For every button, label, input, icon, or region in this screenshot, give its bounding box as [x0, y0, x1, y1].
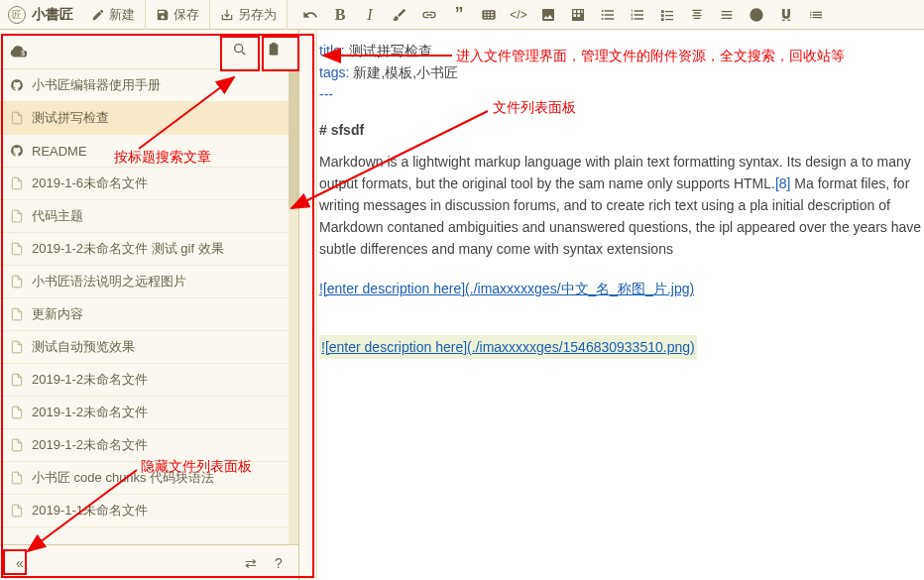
- brush-icon[interactable]: [385, 0, 414, 30]
- file-icon: [10, 275, 24, 289]
- file-icon: [10, 504, 24, 518]
- file-label: 小书匠编辑器使用手册: [32, 76, 161, 94]
- quote-icon[interactable]: ”: [444, 0, 474, 30]
- file-icon: [10, 438, 24, 452]
- file-icon: [10, 242, 24, 256]
- file-label: 更新内容: [32, 305, 83, 323]
- reference-link[interactable]: [8]: [775, 175, 791, 191]
- file-label: 2019-1-1未命名文件: [32, 502, 148, 520]
- editor-pane: title: 测试拼写检查 tags: 新建,模板,小书匠 --- # sfsd…: [299, 30, 924, 580]
- file-list: 小书匠编辑器使用手册测试拼写检查README2019-1-6未命名文件代码主题2…: [0, 69, 298, 544]
- keyboard-icon[interactable]: [474, 0, 504, 30]
- svg-text:$: $: [21, 49, 25, 56]
- editor-gutter: [299, 30, 317, 580]
- file-item[interactable]: 更新内容: [0, 298, 298, 331]
- image-icon[interactable]: [533, 0, 563, 30]
- ul-icon[interactable]: [593, 0, 623, 30]
- meta-tags-value: 新建,模板,小书匠: [349, 64, 458, 80]
- code-icon[interactable]: </>: [504, 0, 533, 30]
- file-sidebar: $ 小书匠编辑器使用手册测试拼写检查README2019-1-6未命名文件代码主…: [0, 30, 299, 580]
- file-item[interactable]: 小书匠编辑器使用手册: [0, 69, 298, 102]
- svg-line-2: [242, 52, 245, 55]
- github-icon: [10, 144, 24, 158]
- meta-tags-key: tags:: [319, 64, 349, 80]
- transfer-icon[interactable]: ⇄: [237, 549, 265, 577]
- file-label: 2019-1-2未命名文件 测试 gif 效果: [32, 240, 224, 258]
- file-label: 2019-1-2未命名文件: [32, 371, 148, 389]
- file-item[interactable]: README: [0, 135, 298, 168]
- file-item[interactable]: 小书匠语法说明之远程图片: [0, 266, 298, 298]
- file-label: 2019-1-6未命名文件: [32, 174, 148, 192]
- clock-icon[interactable]: [742, 0, 771, 30]
- bold-icon[interactable]: B: [325, 0, 355, 30]
- save-button[interactable]: 保存: [146, 0, 210, 30]
- meta-title-key: title:: [319, 43, 345, 58]
- scrollbar[interactable]: [289, 69, 298, 544]
- meta-title-value: 测试拼写检查: [345, 43, 432, 58]
- table-icon[interactable]: [563, 0, 593, 30]
- file-icon: [10, 111, 24, 125]
- frontmatter-divider: ---: [319, 83, 924, 105]
- save-as-button[interactable]: 另存为: [210, 0, 288, 30]
- file-item[interactable]: 2019-1-2未命名文件 测试 gif 效果: [0, 233, 298, 266]
- file-item[interactable]: 2019-1-2未命名文件: [0, 397, 298, 429]
- app-logo: 匠 小書匠: [0, 6, 81, 24]
- svg-point-1: [235, 44, 243, 52]
- file-label: 测试自动预览效果: [32, 338, 135, 356]
- file-label: 小书匠 code chunks 代码块语法: [32, 469, 214, 487]
- github-icon: [10, 78, 24, 92]
- file-icon: [10, 307, 24, 321]
- file-label: 2019-1-2未命名文件: [32, 404, 148, 421]
- file-label: 测试拼写检查: [32, 109, 109, 127]
- list2-icon[interactable]: [801, 0, 831, 30]
- file-label: README: [32, 144, 87, 159]
- cloud-storage-icon[interactable]: $: [8, 42, 223, 58]
- file-item[interactable]: 2019-1-2未命名文件: [0, 429, 298, 462]
- image-link-1[interactable]: ![enter description here](./imaxxxxxges/…: [319, 278, 924, 299]
- svg-rect-4: [272, 43, 276, 46]
- checklist-icon[interactable]: [652, 0, 682, 30]
- file-item[interactable]: 代码主题: [0, 200, 298, 233]
- collapse-sidebar-button[interactable]: «: [6, 549, 34, 577]
- editor-content[interactable]: title: 测试拼写检查 tags: 新建,模板,小书匠 --- # sfsd…: [317, 30, 924, 580]
- file-icon: [10, 471, 24, 485]
- file-icon: [10, 373, 24, 387]
- sidebar-header: $: [0, 30, 298, 69]
- file-item[interactable]: 2019-1-6未命名文件: [0, 168, 298, 200]
- file-item[interactable]: 2019-1-1未命名文件: [0, 495, 298, 527]
- file-manager-button[interactable]: [257, 35, 290, 64]
- italic-icon[interactable]: I: [355, 0, 385, 30]
- new-button[interactable]: 新建: [81, 0, 146, 30]
- help-icon[interactable]: ?: [265, 549, 292, 577]
- hr-icon[interactable]: [712, 0, 742, 30]
- file-icon: [10, 406, 24, 419]
- main-toolbar: 匠 小書匠 新建 保存 另存为 B I ” </>: [0, 0, 924, 30]
- undo-icon[interactable]: [295, 0, 325, 30]
- file-item[interactable]: 2019-1-2未命名文件: [0, 364, 298, 397]
- file-icon: [10, 340, 24, 354]
- heading-icon[interactable]: [682, 0, 712, 30]
- file-item[interactable]: 测试拼写检查: [0, 102, 298, 135]
- magnet-icon[interactable]: [771, 0, 801, 30]
- file-icon: [10, 209, 24, 223]
- sidebar-footer: « ⇄ ?: [0, 544, 298, 580]
- file-label: 2019-1-2未命名文件: [32, 436, 148, 454]
- ol-icon[interactable]: [623, 0, 652, 30]
- file-item[interactable]: 测试自动预览效果: [0, 331, 298, 364]
- file-label: 代码主题: [32, 207, 83, 225]
- file-icon: [10, 176, 24, 190]
- heading-text: # sfsdf: [319, 119, 924, 141]
- paragraph-text: Markdown is a lightwight markup language…: [319, 151, 924, 260]
- logo-icon: 匠: [8, 6, 26, 24]
- file-label: 小书匠语法说明之远程图片: [32, 273, 186, 290]
- link-icon[interactable]: [414, 0, 444, 30]
- file-item[interactable]: 小书匠 code chunks 代码块语法: [0, 462, 298, 495]
- search-button[interactable]: [223, 35, 257, 64]
- app-name: 小書匠: [32, 6, 73, 24]
- image-link-2[interactable]: ![enter description here](./imaxxxxxges/…: [319, 335, 697, 359]
